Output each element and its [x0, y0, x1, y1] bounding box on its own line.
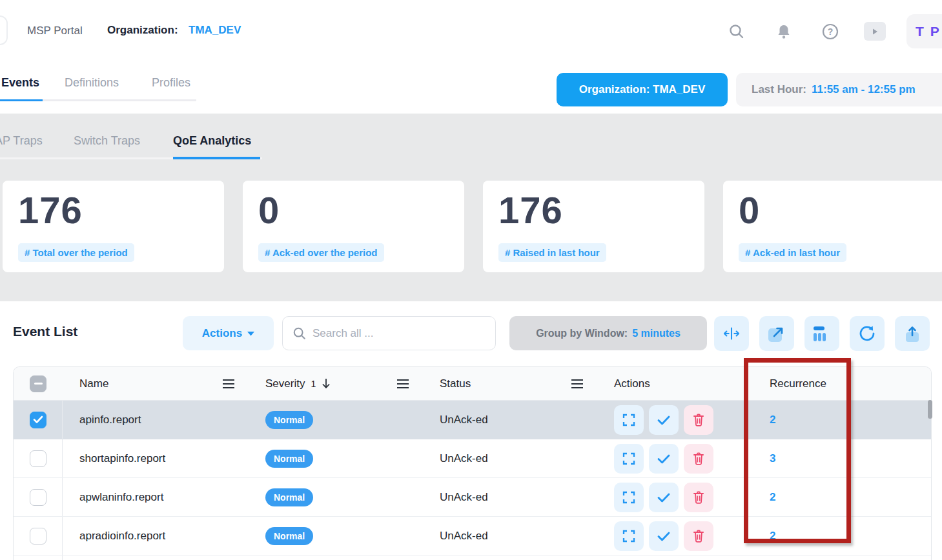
- brand: MSP Portal: [27, 25, 83, 37]
- group-by-window-control[interactable]: Group by Window: 5 minutes: [509, 316, 707, 350]
- delete-button[interactable]: [684, 405, 713, 435]
- page-title: Event List: [13, 324, 77, 339]
- table-header-row: Name Severity 1 Stat: [14, 367, 931, 401]
- severity-badge: Normal: [265, 450, 313, 468]
- table-row[interactable]: apwlaninfo.report Normal UnAck-ed: [14, 478, 931, 517]
- help-icon[interactable]: ?: [822, 23, 839, 40]
- tab-active-indicator: [0, 99, 43, 101]
- svg-text:?: ?: [828, 26, 834, 37]
- upload-button[interactable]: [895, 316, 930, 351]
- subtab-active-indicator: [173, 157, 260, 159]
- stat-value: 176: [18, 188, 83, 232]
- table-row-partial: [14, 555, 931, 560]
- delete-button[interactable]: [684, 444, 713, 474]
- table-row[interactable]: apinfo.report Normal UnAck-ed: [14, 401, 931, 439]
- header-actions: Actions: [614, 377, 650, 390]
- sort-order-number: 1: [311, 379, 316, 389]
- avatar[interactable]: T P: [906, 14, 942, 48]
- recurrence-link[interactable]: 3: [770, 452, 775, 465]
- org-label: Organization:: [107, 24, 178, 37]
- event-name: shortapinfo.report: [79, 452, 165, 465]
- expand-button[interactable]: [614, 483, 644, 512]
- select-all-checkbox[interactable]: [30, 375, 46, 392]
- header-recurrence[interactable]: Recurrence: [770, 377, 826, 390]
- subtab-qoe-analytics[interactable]: QoE Analytics: [173, 134, 251, 148]
- severity-badge: Normal: [265, 488, 313, 506]
- event-status: UnAck-ed: [440, 491, 488, 504]
- topbar: MSP Portal Organization: TMA_DEV ? T P: [0, 0, 942, 62]
- search-input[interactable]: [312, 327, 474, 340]
- cropped-left-control: [0, 15, 8, 45]
- external-link-icon: [768, 325, 785, 342]
- delete-button[interactable]: [684, 483, 713, 512]
- header-severity[interactable]: Severity: [265, 377, 305, 390]
- split-resize-button[interactable]: [714, 316, 749, 351]
- search-icon[interactable]: [728, 23, 745, 40]
- event-name: apwlaninfo.report: [79, 491, 163, 504]
- recurrence-link[interactable]: 2: [770, 414, 775, 426]
- stat-card-acked-period: 0 # Ack-ed over the period: [243, 181, 464, 272]
- time-range-picker[interactable]: Last Hour: 11:55 am - 12:55 pm: [736, 73, 942, 106]
- subtab-switch-traps[interactable]: Switch Traps: [74, 134, 140, 148]
- event-status: UnAck-ed: [440, 452, 488, 465]
- actions-dropdown-button[interactable]: Actions: [183, 316, 274, 350]
- recurrence-link[interactable]: 2: [770, 491, 775, 504]
- video-icon[interactable]: [864, 22, 886, 41]
- period-label: Last Hour:: [752, 83, 806, 96]
- column-menu-icon[interactable]: [397, 379, 409, 388]
- acknowledge-check-icon: [656, 451, 671, 466]
- expand-button[interactable]: [614, 405, 644, 435]
- row-checkbox[interactable]: [30, 412, 46, 428]
- header-name[interactable]: Name: [79, 377, 108, 390]
- table-row[interactable]: shortapinfo.report Normal UnAck-ed: [14, 439, 931, 478]
- tab-profiles[interactable]: Profiles: [152, 76, 190, 90]
- delete-trash-icon: [691, 451, 706, 466]
- period-value: 11:55 am - 12:55 pm: [812, 83, 916, 96]
- header-status[interactable]: Status: [440, 377, 471, 390]
- tab-definitions[interactable]: Definitions: [65, 76, 119, 90]
- event-status: UnAck-ed: [440, 414, 488, 426]
- subtab-ap-traps[interactable]: AP Traps: [0, 134, 43, 148]
- refresh-button[interactable]: [850, 316, 885, 351]
- table-scrollbar-thumb[interactable]: [928, 400, 932, 419]
- row-checkbox[interactable]: [30, 528, 46, 545]
- severity-badge: Normal: [265, 527, 313, 545]
- row-checkbox[interactable]: [30, 450, 46, 467]
- bell-icon[interactable]: [775, 23, 792, 40]
- check-icon: [33, 415, 43, 424]
- stat-label: # Ack-ed over the period: [258, 243, 384, 262]
- expand-icon: [621, 451, 637, 466]
- recurrence-link[interactable]: 2: [770, 530, 775, 543]
- column-menu-icon[interactable]: [571, 379, 583, 388]
- tab-events[interactable]: Events: [1, 76, 39, 90]
- page: MSP Portal Organization: TMA_DEV ? T P E…: [0, 0, 942, 560]
- acknowledge-button[interactable]: [649, 483, 679, 512]
- row-checkbox[interactable]: [30, 489, 46, 506]
- upload-icon: [904, 325, 921, 342]
- acknowledge-button[interactable]: [649, 521, 679, 551]
- org-link[interactable]: TMA_DEV: [189, 24, 241, 37]
- sort-descending-icon[interactable]: [322, 378, 331, 389]
- table-row[interactable]: apradioinfo.report Normal UnAck-ed: [14, 517, 931, 555]
- acknowledge-button[interactable]: [649, 444, 679, 474]
- indeterminate-minus-icon: [34, 383, 43, 385]
- split-resize-icon: [722, 325, 741, 343]
- event-name: apinfo.report: [79, 414, 141, 426]
- search-icon: [292, 326, 307, 341]
- columns-button[interactable]: [804, 316, 839, 351]
- delete-button[interactable]: [684, 521, 713, 551]
- stat-value: 176: [498, 188, 563, 232]
- severity-badge: Normal: [265, 411, 313, 429]
- acknowledge-button[interactable]: [649, 405, 679, 435]
- stat-card-raised-hour: 176 # Raised in last hour: [483, 181, 704, 272]
- delete-trash-icon: [691, 490, 706, 505]
- organization-button[interactable]: Organization: TMA_DEV: [557, 73, 728, 106]
- open-external-button[interactable]: [759, 316, 794, 351]
- event-name: apradioinfo.report: [79, 530, 165, 543]
- refresh-icon: [857, 324, 877, 343]
- expand-button[interactable]: [614, 444, 644, 474]
- stat-label: # Raised in last hour: [498, 243, 606, 262]
- column-menu-icon[interactable]: [223, 379, 234, 388]
- expand-icon: [621, 490, 637, 505]
- expand-button[interactable]: [614, 521, 644, 551]
